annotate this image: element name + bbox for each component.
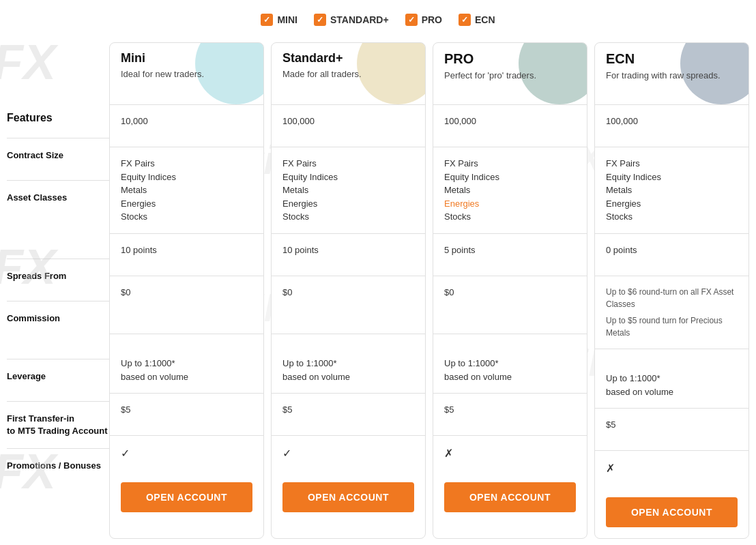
account-standard-header: Standard+ Made for all traders.	[272, 43, 425, 104]
filter-standard[interactable]: ✓ STANDARD+	[314, 14, 389, 26]
account-pro-leverage: Up to 1:1000* based on volume	[433, 334, 587, 394]
account-pro-spreads: 5 points	[433, 233, 587, 276]
account-mini-spreads: 10 points	[110, 233, 263, 276]
checkbox-ecn[interactable]: ✓	[459, 14, 471, 26]
feature-transfer-label: First Transfer-in to MT5 Trading Account	[7, 402, 108, 448]
account-pro-contract: 100,000	[433, 104, 587, 147]
account-ecn: ECN For trading with raw spreads. 100,00…	[594, 42, 749, 539]
account-ecn-header: ECN For trading with raw spreads.	[595, 43, 748, 104]
filter-standard-label: STANDARD+	[330, 14, 389, 25]
open-account-mini-button[interactable]: OPEN ACCOUNT	[121, 482, 252, 512]
account-standard-name: Standard+	[282, 51, 414, 65]
accounts-container: Mini Ideal for new traders. 10,000 FX Pa…	[109, 42, 749, 539]
account-mini-commission: $0	[110, 276, 263, 334]
account-ecn-leverage: Up to 1:1000* based on volume	[595, 349, 748, 409]
feature-contract-size: Contract Size	[7, 138, 109, 180]
feature-transfer: First Transfer-in to MT5 Trading Account	[7, 401, 109, 448]
filter-mini[interactable]: ✓ MINI	[261, 14, 297, 26]
filter-pro-label: PRO	[422, 14, 442, 25]
feature-contract-size-label: Contract Size	[7, 138, 63, 173]
comparison-table: Features Contract Size Asset Classes Spr…	[0, 42, 756, 539]
pro-promotions-x: ✗	[444, 447, 453, 459]
account-ecn-contract: 100,000	[595, 104, 748, 147]
page-wrapper: FX FX FX WikiFX WikiFX WikiFX WikiFX W ✓…	[0, 0, 756, 545]
features-column: Features Contract Size Asset Classes Spr…	[7, 42, 109, 539]
ecn-commission-line2: Up to $5 round turn for Precious Metals	[606, 314, 738, 339]
checkbox-mini[interactable]: ✓	[261, 14, 273, 26]
account-pro-transfer: $5	[433, 393, 587, 435]
account-ecn-transfer: $5	[595, 408, 748, 450]
account-mini-contract: 10,000	[110, 104, 263, 147]
account-standard: Standard+ Made for all traders. 100,000 …	[271, 42, 426, 539]
account-pro-header: PRO Perfect for 'pro' traders.	[433, 43, 587, 104]
feature-spreads-from: Spreads From	[7, 259, 109, 301]
account-ecn-tagline: For trading with raw spreads.	[606, 70, 738, 82]
account-pro-assets: FX Pairs Equity Indices Metals Energies …	[433, 147, 587, 233]
checkbox-pro[interactable]: ✓	[405, 14, 418, 26]
feature-leverage: Leverage	[7, 359, 109, 401]
account-ecn-name: ECN	[606, 51, 738, 67]
account-mini-assets: FX Pairs Equity Indices Metals Energies …	[110, 147, 263, 233]
account-mini-header: Mini Ideal for new traders.	[110, 43, 263, 104]
filter-mini-label: MINI	[277, 14, 297, 25]
filter-ecn-label: ECN	[475, 14, 495, 25]
feature-promotions: Promotions / Bonuses	[7, 448, 109, 484]
feature-commission: Commission	[7, 301, 109, 359]
account-standard-commission: $0	[272, 276, 425, 334]
account-ecn-spreads: 0 points	[595, 233, 748, 276]
account-mini-promotions: ✓	[110, 435, 263, 471]
account-mini-name: Mini	[121, 51, 252, 65]
account-standard-contract: 100,000	[272, 104, 425, 147]
feature-spreads-label: Spreads From	[7, 259, 66, 293]
feature-promotions-label: Promotions / Bonuses	[7, 449, 101, 483]
account-ecn-assets: FX Pairs Equity Indices Metals Energies …	[595, 147, 748, 233]
filter-ecn[interactable]: ✓ ECN	[459, 14, 495, 26]
account-standard-tagline: Made for all traders.	[282, 68, 414, 80]
account-standard-assets: FX Pairs Equity Indices Metals Energies …	[272, 147, 425, 233]
account-pro-name: PRO	[444, 51, 576, 67]
open-account-standard-button[interactable]: OPEN ACCOUNT	[282, 482, 414, 512]
account-mini: Mini Ideal for new traders. 10,000 FX Pa…	[109, 42, 264, 539]
feature-asset-classes: Asset Classes	[7, 180, 109, 259]
account-standard-spreads: 10 points	[272, 233, 425, 276]
checkbox-standard[interactable]: ✓	[314, 14, 326, 26]
account-pro-promotions: ✗	[433, 435, 587, 471]
account-ecn-commission: Up to $6 round-turn on all FX Asset Clas…	[595, 276, 748, 349]
account-standard-leverage: Up to 1:1000* based on volume	[272, 334, 425, 394]
account-pro-tagline: Perfect for 'pro' traders.	[444, 70, 576, 82]
features-header: Features	[7, 104, 109, 132]
account-ecn-promotions: ✗	[595, 450, 748, 486]
account-mini-tagline: Ideal for new traders.	[121, 68, 252, 80]
account-mini-leverage: Up to 1:1000* based on volume	[110, 334, 263, 394]
mini-promotions-check: ✓	[121, 447, 130, 459]
account-pro-commission: $0	[433, 276, 587, 334]
account-standard-transfer: $5	[272, 393, 425, 435]
standard-promotions-check: ✓	[282, 447, 291, 459]
feature-commission-label: Commission	[7, 301, 60, 336]
account-mini-transfer: $5	[110, 393, 263, 435]
account-standard-promotions: ✓	[272, 435, 425, 471]
ecn-promotions-x: ✗	[606, 462, 615, 474]
filter-bar: ✓ MINI ✓ STANDARD+ ✓ PRO ✓ ECN	[0, 14, 756, 26]
open-account-ecn-button[interactable]: OPEN ACCOUNT	[606, 497, 738, 527]
account-pro: PRO Perfect for 'pro' traders. 100,000 F…	[433, 42, 587, 539]
feature-asset-classes-label: Asset Classes	[7, 181, 67, 215]
ecn-commission-line1: Up to $6 round-turn on all FX Asset Clas…	[606, 286, 738, 310]
open-account-pro-button[interactable]: OPEN ACCOUNT	[444, 482, 576, 512]
feature-leverage-label: Leverage	[7, 359, 46, 394]
filter-pro[interactable]: ✓ PRO	[405, 14, 442, 26]
